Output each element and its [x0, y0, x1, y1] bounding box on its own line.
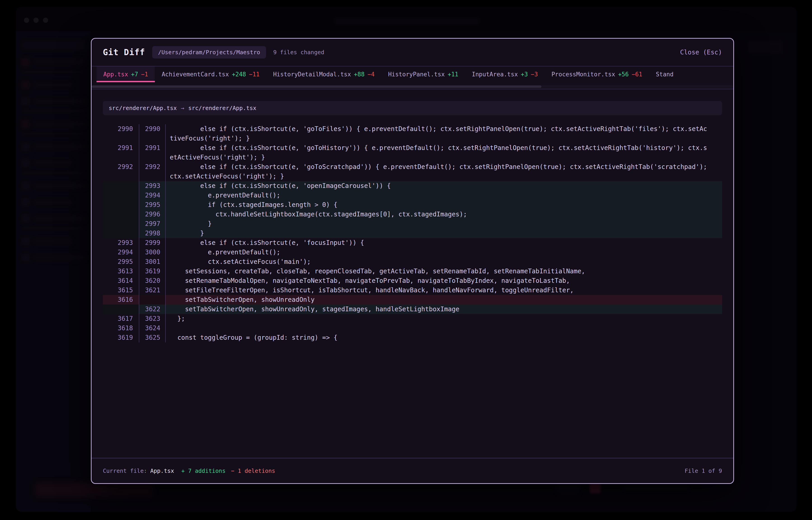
diff-row: 2998 }	[103, 229, 722, 238]
tab-deletions: −3	[531, 71, 538, 78]
diff-code-text: e.preventDefault();	[166, 248, 722, 257]
new-line-number: 3624	[139, 323, 166, 333]
tab-filename: Stand	[656, 71, 673, 78]
new-line-number: 2998	[139, 229, 166, 238]
diff-content: src/renderer/App.tsx → src/renderer/App.…	[92, 89, 733, 458]
old-line-number: 3618	[103, 323, 139, 333]
old-line-number	[103, 200, 139, 210]
diff-row: 29943000 e.preventDefault();	[103, 248, 722, 257]
diff-code-text: ctx.setActiveFocus('main');	[166, 257, 722, 266]
old-line-number: 2990	[103, 124, 139, 143]
diff-code-text: setRenameTabModalOpen, navigateToNextTab…	[166, 276, 722, 286]
old-line-number: 3617	[103, 314, 139, 323]
diff-row: 2993 else if (ctx.isShortcut(e, 'openIma…	[103, 181, 722, 191]
diff-row: 29902990 else if (ctx.isShortcut(e, 'goT…	[103, 124, 722, 143]
files-changed-count: 9 files changed	[273, 49, 324, 56]
diff-row: 29932999 else if (ctx.isShortcut(e, 'foc…	[103, 238, 722, 248]
close-button[interactable]: Close (Esc)	[680, 49, 722, 56]
diff-file-tab[interactable]: App.tsx+7−1	[97, 67, 155, 82]
tab-scrollbar-thumb[interactable]	[92, 85, 541, 88]
diff-row: 2994 e.preventDefault();	[103, 191, 722, 200]
diff-code-text: setTabSwitcherOpen, showUnreadOnly	[166, 295, 722, 305]
tab-filename: HistoryDetailModal.tsx	[273, 71, 351, 78]
new-line-number: 2997	[139, 219, 166, 229]
diff-file-tab[interactable]: Stand	[649, 67, 680, 82]
diff-code-text: else if (ctx.isShortcut(e, 'goToHistory'…	[166, 143, 722, 162]
additions-count: + 7 additions	[181, 468, 226, 474]
file-position-indicator: File 1 of 9	[685, 468, 722, 474]
tab-filename: AchievementCard.tsx	[162, 71, 229, 78]
diff-row: 2997 }	[103, 219, 722, 229]
diff-code-text: setFileTreeFilterOpen, isShortcut, isTab…	[166, 286, 722, 295]
diff-code-text: else if (ctx.isShortcut(e, 'goToFiles'))…	[166, 124, 722, 143]
diff-file-tab[interactable]: ProcessMonitor.tsx+56−61	[545, 67, 649, 82]
old-line-number: 2991	[103, 143, 139, 162]
diff-lines: 29902990 else if (ctx.isShortcut(e, 'goT…	[103, 124, 722, 342]
diff-row: 36193625 const toggleGroup = (groupId: s…	[103, 333, 722, 342]
diff-code-text: }	[166, 229, 722, 238]
tab-deletions: −61	[632, 71, 642, 78]
old-line-number	[103, 219, 139, 229]
file-path-to: src/renderer/App.tsx	[188, 105, 256, 111]
tab-additions: +11	[448, 71, 458, 78]
diff-code-text: setTabSwitcherOpen, showUnreadOnly, stag…	[166, 305, 722, 314]
old-line-number: 2993	[103, 238, 139, 248]
current-file-label: Current file:	[103, 468, 147, 474]
diff-row: 36133619 setSessions, createTab, closeTa…	[103, 266, 722, 276]
new-line-number	[139, 295, 166, 305]
new-line-number: 2993	[139, 181, 166, 191]
tab-additions: +248	[232, 71, 246, 78]
old-line-number: 2994	[103, 248, 139, 257]
tab-deletions: −4	[368, 71, 375, 78]
old-line-number: 3615	[103, 286, 139, 295]
new-line-number: 3001	[139, 257, 166, 266]
tab-additions: +7	[131, 71, 138, 78]
old-line-number	[103, 305, 139, 314]
tab-additions: +88	[354, 71, 365, 78]
new-line-number: 3619	[139, 266, 166, 276]
diff-code-text: ctx.handleSetLightboxImage(ctx.stagedIma…	[166, 210, 722, 219]
tab-additions: +56	[618, 71, 629, 78]
modal-footer: Current file: App.tsx + 7 additions − 1 …	[92, 458, 733, 483]
diff-file-tab[interactable]: HistoryPanel.tsx+11	[382, 67, 465, 82]
current-file-name: App.tsx	[150, 468, 174, 474]
deletions-count: − 1 deletions	[231, 468, 275, 474]
diff-code-text: else if (ctx.isShortcut(e, 'focusInput')…	[166, 238, 722, 248]
new-line-number: 3621	[139, 286, 166, 295]
diff-code-text: if (ctx.stagedImages.length > 0) {	[166, 200, 722, 210]
new-line-number: 2996	[139, 210, 166, 219]
new-line-number: 3623	[139, 314, 166, 323]
old-line-number: 2995	[103, 257, 139, 266]
repo-path-badge: /Users/pedram/Projects/Maestro	[152, 46, 266, 58]
old-line-number: 3613	[103, 266, 139, 276]
diff-code-text: setSessions, createTab, closeTab, reopen…	[166, 266, 722, 276]
new-line-number: 2995	[139, 200, 166, 210]
tab-deletions: −1	[141, 71, 148, 78]
new-line-number: 2992	[139, 162, 166, 181]
diff-row: 36183624	[103, 323, 722, 333]
diff-row: 36153621 setFileTreeFilterOpen, isShortc…	[103, 286, 722, 295]
modal-header: Git Diff /Users/pedram/Projects/Maestro …	[92, 38, 733, 67]
diff-file-tab[interactable]: AchievementCard.tsx+248−11	[155, 67, 266, 82]
diff-row: 29912991 else if (ctx.isShortcut(e, 'goT…	[103, 143, 722, 162]
tab-scrollbar[interactable]	[92, 85, 733, 88]
new-line-number: 3622	[139, 305, 166, 314]
new-line-number: 2994	[139, 191, 166, 200]
diff-row: 36143620 setRenameTabModalOpen, navigate…	[103, 276, 722, 286]
diff-file-tab[interactable]: HistoryDetailModal.tsx+88−4	[266, 67, 382, 82]
file-path-bar: src/renderer/App.tsx → src/renderer/App.…	[103, 101, 722, 115]
diff-row: 29953001 ctx.setActiveFocus('main');	[103, 257, 722, 266]
diff-file-tab[interactable]: InputArea.tsx+3−3	[465, 67, 545, 82]
old-line-number: 3619	[103, 333, 139, 342]
diff-code-text: else if (ctx.isShortcut(e, 'goToScratchp…	[166, 162, 722, 181]
diff-code-text: };	[166, 314, 722, 323]
diff-row: 2996 ctx.handleSetLightboxImage(ctx.stag…	[103, 210, 722, 219]
old-line-number	[103, 210, 139, 219]
tab-filename: InputArea.tsx	[472, 71, 518, 78]
diff-row: 2995 if (ctx.stagedImages.length > 0) {	[103, 200, 722, 210]
new-line-number: 2990	[139, 124, 166, 143]
tab-additions: +3	[521, 71, 528, 78]
diff-row: 29922992 else if (ctx.isShortcut(e, 'goT…	[103, 162, 722, 181]
new-line-number: 3620	[139, 276, 166, 286]
arrow-right-icon: →	[181, 105, 184, 111]
